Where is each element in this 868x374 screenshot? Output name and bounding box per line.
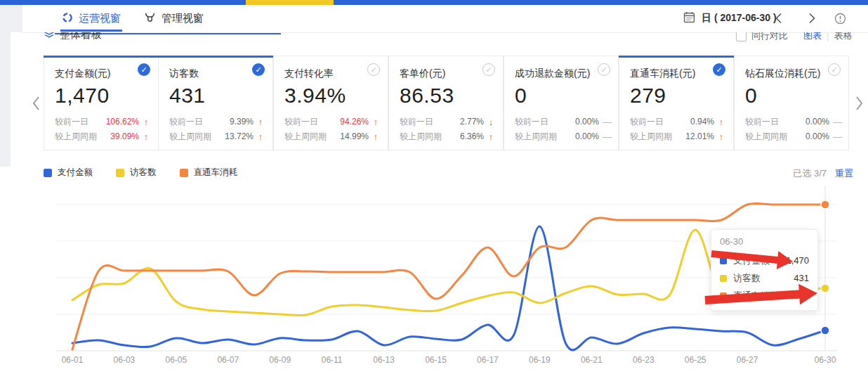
compare-value: 0.00% bbox=[805, 129, 829, 144]
trend-flat-icon: — bbox=[833, 129, 840, 144]
card-value: 279 bbox=[630, 84, 725, 108]
bull-icon bbox=[144, 11, 156, 25]
legend-label: 支付金额 bbox=[58, 167, 93, 179]
card-title: 直通车消耗(元) bbox=[630, 67, 725, 80]
legend-item-3[interactable]: 直通车消耗 bbox=[180, 167, 238, 179]
metric-card-4[interactable]: ✓ 客单价(元) 86.53 较前一日 2.77% ↓ 较上周同期 6.36% … bbox=[388, 56, 504, 150]
compare-label: 较前一日 bbox=[55, 115, 106, 129]
view-table-link[interactable]: 表格 bbox=[834, 32, 852, 42]
series-endpoint-dot-直通车消耗 bbox=[821, 200, 829, 209]
metric-card-5[interactable]: ✓ 成功退款金额(元) 0 较前一日 0.00% — 较上周同期 0.00% — bbox=[504, 56, 619, 150]
compare-value: 94.26% bbox=[340, 115, 369, 129]
x-axis-label: 06-15 bbox=[425, 355, 447, 365]
card-value: 0 bbox=[515, 84, 610, 108]
trend-up-icon: ↑ bbox=[372, 129, 379, 144]
compare-label: 较前一日 bbox=[169, 115, 230, 129]
reset-link[interactable]: 重置 bbox=[835, 167, 853, 180]
card-check-icon[interactable]: ✓ bbox=[598, 63, 610, 76]
view-chart-link[interactable]: 图表 bbox=[803, 32, 822, 42]
date-label: 日 ( 2017-06-30 ) bbox=[702, 12, 777, 25]
compare-row: 较前一日 0.94% ↑ bbox=[630, 115, 725, 129]
trend-flat-icon: — bbox=[833, 115, 840, 129]
card-check-icon[interactable]: ✓ bbox=[252, 63, 265, 76]
x-axis-label: 06-27 bbox=[737, 355, 758, 365]
compare-value: 39.09% bbox=[110, 129, 139, 144]
tab-management-view[interactable]: 管理视窗 bbox=[144, 5, 204, 32]
section-title: 整体看板 bbox=[60, 32, 102, 41]
compare-row: 较上周同期 0.00% — bbox=[745, 129, 840, 144]
card-title: 钻石展位消耗(元) bbox=[745, 67, 840, 80]
metric-card-7[interactable]: ✓ 钻石展位消耗(元) 0 较前一日 0.00% — 较上周同期 0.00% — bbox=[734, 56, 849, 150]
tab-operations-label: 运营视窗 bbox=[79, 12, 121, 25]
card-value: 431 bbox=[169, 84, 264, 108]
compare-value: 0.00% bbox=[575, 115, 599, 129]
trend-down-icon: ↓ bbox=[487, 115, 494, 129]
legend-swatch bbox=[180, 169, 188, 177]
compare-row: 较前一日 0.00% — bbox=[515, 115, 610, 129]
x-axis-label: 06-05 bbox=[166, 355, 188, 365]
card-value: 0 bbox=[745, 84, 840, 108]
compare-value: 2.77% bbox=[460, 115, 484, 129]
compare-label: 较上周同期 bbox=[515, 129, 575, 144]
x-axis-label: 06-11 bbox=[322, 355, 343, 365]
tooltip-swatch bbox=[720, 257, 727, 264]
tooltip-value: 279.99 bbox=[781, 290, 809, 301]
date-selector[interactable]: 日 ( 2017-06-30 ) bbox=[683, 5, 777, 32]
dashboard-page: 运营视窗 管理视窗 日 ( 2017-06-30 ) bbox=[0, 0, 868, 374]
x-axis-label: 06-17 bbox=[477, 355, 499, 365]
card-check-icon[interactable]: ✓ bbox=[138, 63, 150, 76]
metric-cards-row: ✓ 支付金额(元) 1,470 较前一日 106.62% ↑ 较上周同期 39.… bbox=[44, 56, 850, 150]
tooltip-swatch bbox=[720, 275, 727, 282]
metric-card-1[interactable]: ✓ 支付金额(元) 1,470 较前一日 106.62% ↑ 较上周同期 39.… bbox=[44, 56, 159, 150]
date-next-button[interactable] bbox=[808, 5, 817, 32]
cards-scroll-left-button[interactable] bbox=[31, 95, 41, 115]
compare-value: 13.72% bbox=[225, 129, 254, 144]
x-axis-label: 06-19 bbox=[529, 355, 551, 365]
metric-card-6[interactable]: ✓ 直通车消耗(元) 279 较前一日 0.94% ↑ 较上周同期 12.01%… bbox=[619, 56, 734, 150]
card-check-icon[interactable]: ✓ bbox=[828, 63, 841, 76]
date-prev-button[interactable] bbox=[774, 5, 783, 32]
series-endpoint-dot-访客数 bbox=[821, 284, 829, 292]
peer-compare-checkbox[interactable] bbox=[736, 32, 747, 41]
chevron-left-icon bbox=[31, 95, 41, 112]
trend-up-icon: ↑ bbox=[718, 115, 725, 129]
x-axis-label: 06-13 bbox=[373, 355, 395, 365]
card-title: 访客数 bbox=[169, 67, 264, 80]
card-check-icon[interactable]: ✓ bbox=[482, 63, 495, 76]
card-check-icon[interactable]: ✓ bbox=[367, 63, 380, 76]
legend-item-2[interactable]: 访客数 bbox=[116, 167, 157, 179]
info-button[interactable] bbox=[834, 5, 846, 32]
tooltip-date: 06-30 bbox=[720, 236, 809, 247]
card-check-icon[interactable]: ✓ bbox=[713, 63, 725, 76]
card-value: 3.94% bbox=[284, 84, 379, 108]
compare-label: 较前一日 bbox=[630, 115, 690, 129]
compare-row: 较上周同期 14.99% ↑ bbox=[284, 129, 379, 144]
x-axis-label: 06-09 bbox=[269, 355, 291, 365]
chart-tooltip: 06-30 支付金额 1,470 访客数 431 直通车消耗 279.99 bbox=[711, 229, 818, 311]
cards-scroll-right-button[interactable] bbox=[855, 95, 864, 115]
tooltip-label: 访客数 bbox=[733, 272, 761, 285]
view-divider: | bbox=[827, 32, 829, 41]
compare-label: 较前一日 bbox=[515, 115, 575, 129]
x-axis-label: 06-23 bbox=[633, 355, 655, 365]
calendar-icon bbox=[683, 11, 695, 25]
tab-management-label: 管理视窗 bbox=[162, 12, 204, 25]
compare-row: 较上周同期 12.01% ↑ bbox=[630, 129, 725, 144]
compare-label: 较前一日 bbox=[745, 115, 805, 129]
active-tab-underline bbox=[60, 30, 122, 32]
compare-value: 14.99% bbox=[340, 129, 369, 144]
tab-operations-view[interactable]: 运营视窗 bbox=[62, 5, 121, 32]
compare-row: 较前一日 9.39% ↑ bbox=[169, 115, 264, 129]
legend-item-1[interactable]: 支付金额 bbox=[44, 167, 93, 179]
metric-card-3[interactable]: ✓ 支付转化率 3.94% 较前一日 94.26% ↑ 较上周同期 14.99%… bbox=[273, 56, 388, 150]
metric-card-2[interactable]: ✓ 访客数 431 较前一日 9.39% ↑ 较上周同期 13.72% ↑ bbox=[158, 56, 273, 150]
trend-up-icon: ↑ bbox=[372, 115, 379, 129]
chevron-right-icon bbox=[808, 12, 817, 25]
compare-label: 较上周同期 bbox=[400, 129, 460, 144]
legend-label: 直通车消耗 bbox=[194, 167, 238, 179]
tooltip-value: 1,470 bbox=[786, 255, 809, 266]
card-title: 支付金额(元) bbox=[55, 67, 150, 80]
view-switch-group: 图表 | 表格 bbox=[803, 32, 852, 42]
legend-swatch bbox=[44, 169, 52, 177]
card-value: 86.53 bbox=[400, 84, 494, 108]
